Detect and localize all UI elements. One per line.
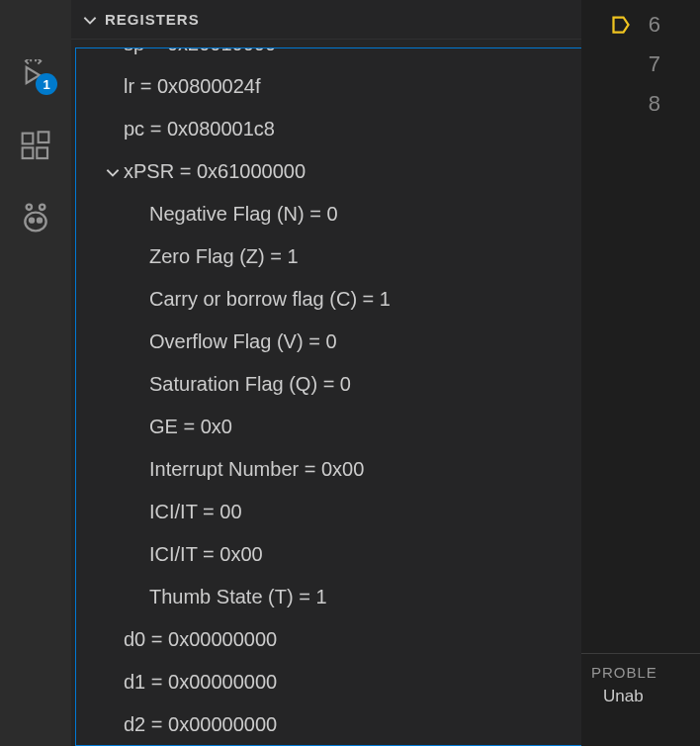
line-number: 8 bbox=[649, 91, 660, 117]
problems-content: Unab bbox=[581, 687, 700, 706]
panel-title: REGISTERS bbox=[105, 11, 200, 28]
svg-rect-0 bbox=[23, 134, 34, 144]
svg-point-5 bbox=[40, 205, 44, 210]
svg-rect-1 bbox=[23, 147, 34, 158]
svg-point-7 bbox=[30, 219, 34, 223]
line-number: 7 bbox=[649, 51, 660, 77]
extensions-activity-icon[interactable] bbox=[20, 131, 51, 162]
chevron-down-icon bbox=[81, 11, 99, 29]
bottom-panel: PROBLE Unab bbox=[581, 653, 700, 746]
svg-point-8 bbox=[38, 219, 42, 223]
line-number: 6 bbox=[649, 12, 660, 38]
current-line-marker-icon bbox=[611, 15, 631, 35]
editor-strip: 6 7 8 PROBLE Unab bbox=[581, 0, 700, 746]
svg-point-6 bbox=[25, 213, 45, 232]
platformio-activity-icon[interactable] bbox=[20, 202, 51, 233]
debug-activity-icon[interactable]: 1 bbox=[20, 59, 51, 91]
debug-badge: 1 bbox=[36, 73, 57, 95]
activity-bar: 1 bbox=[0, 0, 71, 746]
svg-rect-3 bbox=[39, 132, 49, 142]
svg-point-4 bbox=[27, 205, 32, 210]
svg-rect-2 bbox=[37, 147, 47, 158]
problems-tab[interactable]: PROBLE bbox=[581, 654, 700, 687]
chevron-down-icon bbox=[104, 163, 122, 181]
editor-gutter: 6 7 8 bbox=[581, 0, 700, 117]
